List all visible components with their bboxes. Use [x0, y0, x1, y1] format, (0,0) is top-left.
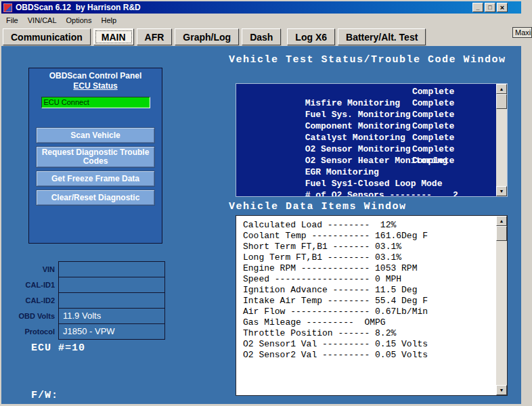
- menu-bar: File VIN/CAL Options Help: [1, 14, 521, 27]
- data-item-row[interactable]: Gas Mileage --------- OMPG: [243, 317, 496, 328]
- panel-button[interactable]: Request Diagnostic Trouble Codes: [36, 146, 155, 168]
- test-status-heading: Vehicle Test Status/Trouble Code Window: [229, 54, 506, 66]
- tab-strip: Communication MAIN AFR Graph/Log Dash Lo…: [1, 27, 521, 46]
- ecu-status-label: ECU Status: [29, 81, 162, 91]
- ecu-count-text: ECU #=10: [31, 342, 85, 354]
- control-panel: OBDScan Control Panel ECU Status ECU Con…: [28, 68, 162, 244]
- test-result: Complete: [412, 97, 454, 109]
- control-panel-title: OBDScan Control Panel: [29, 71, 162, 81]
- field-row: OBD Volts 11.9 Volts: [3, 308, 172, 324]
- app-icon: [3, 3, 12, 12]
- field-value-box[interactable]: [58, 277, 165, 293]
- field-row: VIN: [3, 261, 172, 277]
- test-result: Complete: [412, 143, 454, 155]
- field-value-box[interactable]: 11.9 Volts: [58, 308, 165, 324]
- data-item-row[interactable]: Intake Air Temp -------- 55.4 Deg F: [243, 296, 496, 307]
- data-items-rows: Calculated Load -------- 12% Coolant Tem…: [236, 216, 496, 395]
- data-item-row[interactable]: Coolant Temp ----------- 161.6Deg F: [243, 231, 496, 242]
- test-status-scrollbar[interactable]: ▲ ▼: [496, 84, 507, 196]
- ecu-status-field: ECU Connect: [41, 97, 150, 108]
- tab[interactable]: AFR: [137, 28, 173, 45]
- panel-button[interactable]: Scan Vehicle: [36, 127, 155, 143]
- menu-item[interactable]: VIN/CAL: [23, 14, 62, 27]
- menu-item[interactable]: Options: [62, 14, 97, 27]
- menu-item[interactable]: Help: [96, 14, 121, 27]
- scroll-down-icon[interactable]: ▼: [496, 186, 507, 196]
- data-items-listbox[interactable]: Calculated Load -------- 12% Coolant Tem…: [236, 215, 508, 396]
- window-controls: _ □ ×: [472, 3, 508, 12]
- data-item-row[interactable]: Calculated Load -------- 12%: [243, 220, 496, 231]
- test-status-rows: Misfire Monitoring Complete Fuel Sys. Mo…: [236, 84, 496, 196]
- field-label: CAL-ID2: [3, 292, 58, 309]
- field-label: OBD Volts: [3, 308, 58, 324]
- tab[interactable]: Graph/Log: [175, 28, 239, 45]
- field-label: Protocol: [3, 323, 58, 340]
- vehicle-fields: VIN CAL-ID1 CAL-ID2 OBD Volts 11.9 Volts: [3, 261, 172, 339]
- test-status-row[interactable]: # of O2 Sensors -------- 2: [242, 178, 496, 189]
- panel-buttons: Scan Vehicle Request Diagnostic Trouble …: [29, 127, 162, 206]
- edge-tooltip: Maxim: [512, 27, 532, 38]
- field-label: CAL-ID1: [3, 277, 58, 293]
- field-row: CAL-ID2: [3, 292, 172, 309]
- test-status-row[interactable]: Component Monitoring Complete: [242, 109, 496, 120]
- field-row: CAL-ID1: [3, 277, 172, 293]
- test-result: Complete: [412, 120, 454, 132]
- test-status-row[interactable]: Fuel Sys. Monitoring Complete: [242, 97, 496, 109]
- test-result: Complete: [412, 132, 454, 143]
- menu-item[interactable]: File: [1, 14, 23, 27]
- field-label: VIN: [3, 261, 58, 277]
- scroll-up-icon[interactable]: ▲: [496, 84, 507, 94]
- scroll-thumb[interactable]: [496, 94, 507, 109]
- field-value-box[interactable]: [58, 261, 165, 277]
- test-status-row[interactable]: OBDII: [242, 189, 496, 196]
- data-item-row[interactable]: Short Term FT,B1 ------- 03.1%: [243, 242, 496, 252]
- tab[interactable]: Log X6: [287, 28, 335, 45]
- test-result: Complete: [412, 109, 454, 120]
- test-status-row[interactable]: EGR Monitoring Complete: [242, 155, 496, 166]
- data-item-row[interactable]: Air Flow --------------- 0.67Lb/Min: [243, 307, 496, 317]
- test-status-row[interactable]: O2 Sensor Monitoring Complete: [242, 132, 496, 143]
- data-item-row[interactable]: Throttle Position ------ 8.2%: [243, 328, 496, 339]
- data-item-row[interactable]: Ignition Advance ------- 11.5 Deg: [243, 285, 496, 296]
- test-status-row[interactable]: Catalyst Monitoring Complete: [242, 120, 496, 132]
- field-value-box[interactable]: J1850 - VPW: [58, 323, 165, 340]
- scroll-down-icon[interactable]: ▼: [496, 385, 507, 395]
- field-row: Protocol J1850 - VPW: [3, 323, 172, 340]
- data-items-scrollbar[interactable]: ▲ ▼: [496, 216, 507, 395]
- test-result: Complete: [412, 155, 454, 166]
- main-form: OBDScan Control Panel ECU Status ECU Con…: [1, 46, 521, 404]
- data-items-heading: Vehicle Data Items Window: [229, 201, 407, 212]
- tab[interactable]: Communication: [3, 28, 91, 45]
- window-title: OBDScan 6.12 by Harrison R&D: [16, 3, 141, 12]
- scroll-thumb[interactable]: [496, 226, 507, 241]
- close-button[interactable]: ×: [497, 3, 508, 12]
- scroll-up-icon[interactable]: ▲: [496, 216, 507, 226]
- maximize-button[interactable]: □: [485, 3, 495, 12]
- minimize-button[interactable]: _: [472, 3, 483, 12]
- data-item-row[interactable]: O2 Sensor1 Val --------- 0.15 Volts: [243, 339, 496, 350]
- data-item-row[interactable]: Engine RPM ------------- 1053 RPM: [243, 263, 496, 274]
- test-result: Complete: [412, 86, 454, 97]
- firmware-label: F/W:: [31, 390, 58, 401]
- test-status-row[interactable]: Misfire Monitoring Complete: [242, 86, 496, 97]
- tab[interactable]: MAIN: [93, 28, 134, 45]
- test-status-listbox[interactable]: Misfire Monitoring Complete Fuel Sys. Mo…: [236, 83, 508, 197]
- data-item-row[interactable]: Speed ------------------ 0 MPH: [243, 274, 496, 285]
- panel-button[interactable]: Get Freeze Frame Data: [36, 171, 155, 187]
- title-bar[interactable]: OBDScan 6.12 by Harrison R&D _ □ ×: [1, 1, 521, 14]
- test-status-row[interactable]: Fuel Sys1-Closed Loop Mode: [242, 166, 496, 178]
- test-status-row[interactable]: O2 Sensor Heater Monitoring Complete: [242, 143, 496, 155]
- panel-button[interactable]: Clear/Reset Diagnostic: [36, 189, 155, 206]
- data-item-row[interactable]: O2 Sensor2 Val --------- 0.05 Volts: [243, 350, 496, 361]
- app-window: OBDScan 6.12 by Harrison R&D _ □ × File …: [0, 0, 532, 406]
- tab[interactable]: Dash: [242, 28, 281, 45]
- data-item-row[interactable]: Long Term FT,B1 -------- 03.1%: [243, 252, 496, 263]
- tab[interactable]: Battery/Alt. Test: [338, 28, 426, 45]
- field-value-box[interactable]: [58, 292, 165, 309]
